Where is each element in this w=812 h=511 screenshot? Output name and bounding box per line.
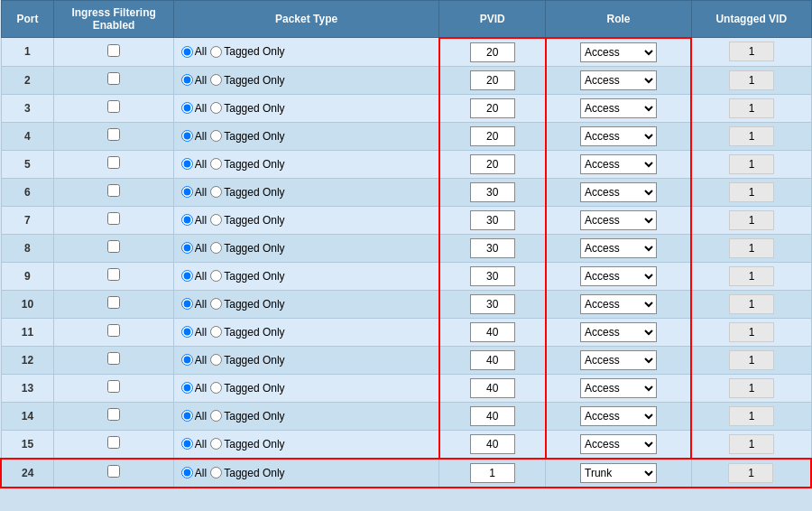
- ingress-checkbox[interactable]: [107, 268, 120, 281]
- role-select[interactable]: AccessTrunk: [580, 126, 657, 146]
- role-select[interactable]: AccessTrunk: [580, 238, 657, 258]
- ingress-checkbox[interactable]: [107, 408, 120, 421]
- ingress-checkbox[interactable]: [107, 436, 120, 449]
- radio-tagged-only[interactable]: [210, 438, 222, 450]
- radio-all[interactable]: [181, 158, 193, 170]
- untagged-vid-input[interactable]: [729, 378, 774, 398]
- ingress-checkbox[interactable]: [107, 296, 120, 309]
- untagged-vid-input[interactable]: [728, 463, 773, 483]
- radio-tagged-only[interactable]: [210, 298, 222, 310]
- pvid-input[interactable]: [470, 238, 515, 258]
- untagged-vid-input[interactable]: [729, 98, 774, 118]
- role-select[interactable]: AccessTrunk: [580, 182, 657, 202]
- ingress-checkbox[interactable]: [107, 352, 120, 365]
- pvid-input[interactable]: [470, 294, 515, 314]
- pvid-input[interactable]: [470, 210, 515, 230]
- radio-tagged-only[interactable]: [210, 467, 222, 478]
- pvid-input[interactable]: [470, 434, 515, 454]
- pvid-input[interactable]: [470, 322, 515, 342]
- untagged-vid-input[interactable]: [729, 126, 774, 146]
- port-cell: 1: [1, 38, 54, 67]
- role-select[interactable]: AccessTrunk: [580, 42, 657, 62]
- untagged-vid-input[interactable]: [729, 294, 774, 314]
- untagged-vid-input[interactable]: [729, 238, 774, 258]
- untagged-vid-input[interactable]: [729, 70, 774, 90]
- pvid-input[interactable]: [470, 182, 515, 202]
- role-select[interactable]: AccessTrunk: [580, 378, 657, 398]
- radio-all[interactable]: [181, 298, 193, 310]
- role-select[interactable]: AccessTrunk: [580, 210, 657, 230]
- ingress-checkbox[interactable]: [107, 72, 120, 85]
- untagged-vid-input[interactable]: [729, 42, 774, 61]
- pvid-input[interactable]: [470, 70, 515, 90]
- radio-all[interactable]: [181, 214, 193, 226]
- radio-all[interactable]: [181, 410, 193, 422]
- untagged-vid-input[interactable]: [729, 406, 774, 426]
- untagged-vid-input[interactable]: [729, 182, 774, 202]
- ingress-checkbox[interactable]: [107, 156, 120, 169]
- role-select[interactable]: AccessTrunk: [580, 266, 657, 286]
- role-select[interactable]: AccessTrunk: [580, 406, 657, 426]
- pvid-input[interactable]: [470, 406, 515, 426]
- ingress-checkbox[interactable]: [107, 44, 120, 57]
- radio-all[interactable]: [181, 326, 193, 338]
- pvid-input[interactable]: [470, 154, 515, 174]
- ingress-checkbox[interactable]: [107, 100, 120, 113]
- radio-tagged-only[interactable]: [210, 158, 222, 170]
- role-select[interactable]: AccessTrunk: [580, 98, 657, 118]
- radio-all[interactable]: [181, 438, 193, 450]
- radio-tagged-only[interactable]: [210, 270, 222, 282]
- untagged-vid-input[interactable]: [729, 350, 774, 370]
- untagged-vid-input[interactable]: [729, 154, 774, 174]
- role-select[interactable]: AccessTrunk: [580, 350, 657, 370]
- role-select[interactable]: AccessTrunk: [580, 322, 657, 342]
- radio-all[interactable]: [181, 102, 193, 114]
- radio-tagged-only[interactable]: [210, 410, 222, 422]
- radio-tagged-only[interactable]: [210, 46, 222, 58]
- radio-tagged-only[interactable]: [210, 354, 222, 366]
- pvid-input[interactable]: [470, 350, 515, 370]
- radio-tagged-only[interactable]: [210, 186, 222, 198]
- radio-tagged-only[interactable]: [210, 130, 222, 142]
- radio-tagged-only[interactable]: [210, 326, 222, 338]
- pvid-input[interactable]: [470, 42, 515, 62]
- pvid-input[interactable]: [470, 126, 515, 146]
- untagged-vid-input[interactable]: [729, 322, 774, 342]
- radio-all[interactable]: [181, 242, 193, 254]
- role-select[interactable]: AccessTrunk: [580, 434, 657, 454]
- ingress-checkbox[interactable]: [107, 240, 120, 253]
- radio-tagged-only[interactable]: [210, 102, 222, 114]
- pvid-input[interactable]: [470, 378, 515, 398]
- pvid-input[interactable]: [470, 98, 515, 118]
- radio-all[interactable]: [181, 270, 193, 282]
- radio-tagged-only[interactable]: [210, 214, 222, 226]
- ingress-checkbox[interactable]: [107, 184, 120, 197]
- radio-all[interactable]: [181, 186, 193, 198]
- radio-tagged-only[interactable]: [210, 242, 222, 254]
- radio-all[interactable]: [181, 382, 193, 394]
- radio-tagged-only[interactable]: [210, 74, 222, 86]
- ingress-checkbox[interactable]: [107, 465, 120, 478]
- pvid-input[interactable]: [470, 266, 515, 286]
- untagged-vid-input[interactable]: [729, 266, 774, 286]
- port-cell: 10: [1, 290, 54, 318]
- untagged-vid-input[interactable]: [729, 210, 774, 230]
- ingress-checkbox[interactable]: [107, 212, 120, 225]
- pvid-input[interactable]: [470, 463, 515, 483]
- untagged-vid-input[interactable]: [729, 434, 774, 454]
- role-select[interactable]: AccessTrunk: [580, 154, 657, 174]
- ingress-checkbox[interactable]: [107, 128, 120, 141]
- radio-all[interactable]: [181, 130, 193, 142]
- radio-all[interactable]: [181, 467, 193, 478]
- port-cell: 12: [1, 346, 54, 374]
- ingress-checkbox[interactable]: [107, 324, 120, 337]
- ingress-checkbox[interactable]: [107, 380, 120, 393]
- radio-all[interactable]: [181, 46, 193, 58]
- radio-tagged-only-label: Tagged Only: [224, 102, 284, 115]
- role-select[interactable]: AccessTrunk: [580, 70, 657, 90]
- radio-all[interactable]: [181, 74, 193, 86]
- role-select[interactable]: AccessTrunk: [580, 294, 657, 314]
- radio-tagged-only[interactable]: [210, 382, 222, 394]
- role-select[interactable]: AccessTrunk: [580, 463, 657, 483]
- radio-all[interactable]: [181, 354, 193, 366]
